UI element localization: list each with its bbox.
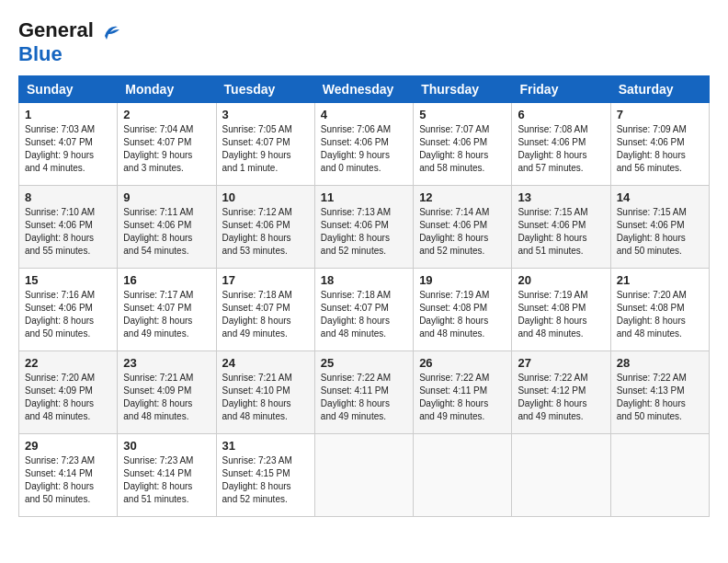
cell-details: Sunrise: 7:22 AMSunset: 4:11 PMDaylight:… bbox=[321, 372, 407, 423]
calendar-cell: 18Sunrise: 7:18 AMSunset: 4:07 PMDayligh… bbox=[314, 269, 413, 351]
day-number: 21 bbox=[617, 273, 703, 287]
day-number: 17 bbox=[222, 273, 309, 287]
day-number: 9 bbox=[123, 190, 210, 204]
cell-details: Sunrise: 7:18 AMSunset: 4:07 PMDaylight:… bbox=[222, 289, 309, 340]
calendar-cell: 16Sunrise: 7:17 AMSunset: 4:07 PMDayligh… bbox=[118, 269, 216, 351]
calendar-cell: 4Sunrise: 7:06 AMSunset: 4:06 PMDaylight… bbox=[314, 103, 413, 186]
calendar-cell: 27Sunrise: 7:22 AMSunset: 4:12 PMDayligh… bbox=[512, 351, 610, 434]
calendar-cell: 5Sunrise: 7:07 AMSunset: 4:06 PMDaylight… bbox=[414, 103, 512, 186]
cell-details: Sunrise: 7:22 AMSunset: 4:11 PMDaylight:… bbox=[419, 372, 506, 423]
cell-details: Sunrise: 7:09 AMSunset: 4:06 PMDaylight:… bbox=[617, 123, 703, 175]
logo-blue: Blue bbox=[18, 42, 63, 65]
header: General Blue bbox=[18, 18, 710, 66]
calendar-cell: 8Sunrise: 7:10 AMSunset: 4:06 PMDaylight… bbox=[19, 186, 118, 269]
week-row-5: 29Sunrise: 7:23 AMSunset: 4:14 PMDayligh… bbox=[19, 434, 710, 517]
calendar-cell bbox=[610, 434, 709, 517]
day-number: 27 bbox=[518, 356, 604, 370]
calendar-cell: 3Sunrise: 7:05 AMSunset: 4:07 PMDaylight… bbox=[216, 103, 314, 186]
day-number: 10 bbox=[222, 190, 309, 204]
calendar-cell: 6Sunrise: 7:08 AMSunset: 4:06 PMDaylight… bbox=[512, 103, 610, 186]
day-number: 4 bbox=[321, 108, 407, 121]
day-number: 13 bbox=[518, 190, 604, 204]
day-number: 11 bbox=[321, 190, 407, 204]
day-number: 12 bbox=[419, 190, 506, 204]
cell-details: Sunrise: 7:18 AMSunset: 4:07 PMDaylight:… bbox=[321, 289, 407, 340]
calendar-cell: 13Sunrise: 7:15 AMSunset: 4:06 PMDayligh… bbox=[512, 186, 610, 269]
calendar-cell: 2Sunrise: 7:04 AMSunset: 4:07 PMDaylight… bbox=[118, 103, 216, 186]
cell-details: Sunrise: 7:13 AMSunset: 4:06 PMDaylight:… bbox=[321, 206, 407, 258]
calendar-cell: 15Sunrise: 7:16 AMSunset: 4:06 PMDayligh… bbox=[19, 269, 118, 351]
cell-details: Sunrise: 7:12 AMSunset: 4:06 PMDaylight:… bbox=[222, 206, 309, 258]
col-header-tuesday: Tuesday bbox=[216, 76, 314, 103]
day-number: 25 bbox=[321, 356, 407, 370]
cell-details: Sunrise: 7:03 AMSunset: 4:07 PMDaylight:… bbox=[25, 123, 111, 175]
cell-details: Sunrise: 7:19 AMSunset: 4:08 PMDaylight:… bbox=[419, 289, 506, 340]
calendar-cell: 14Sunrise: 7:15 AMSunset: 4:06 PMDayligh… bbox=[610, 186, 709, 269]
day-number: 16 bbox=[123, 273, 210, 287]
cell-details: Sunrise: 7:21 AMSunset: 4:09 PMDaylight:… bbox=[123, 372, 210, 423]
cell-details: Sunrise: 7:22 AMSunset: 4:13 PMDaylight:… bbox=[617, 372, 703, 423]
day-number: 24 bbox=[222, 356, 309, 370]
calendar-cell: 21Sunrise: 7:20 AMSunset: 4:08 PMDayligh… bbox=[610, 269, 709, 351]
cell-details: Sunrise: 7:15 AMSunset: 4:06 PMDaylight:… bbox=[518, 206, 604, 258]
col-header-friday: Friday bbox=[512, 76, 610, 103]
cell-details: Sunrise: 7:11 AMSunset: 4:06 PMDaylight:… bbox=[123, 206, 210, 258]
day-number: 28 bbox=[617, 356, 703, 370]
calendar-cell: 28Sunrise: 7:22 AMSunset: 4:13 PMDayligh… bbox=[610, 351, 709, 434]
day-number: 29 bbox=[25, 439, 111, 453]
calendar-table: SundayMondayTuesdayWednesdayThursdayFrid… bbox=[18, 75, 710, 517]
calendar-cell: 20Sunrise: 7:19 AMSunset: 4:08 PMDayligh… bbox=[512, 269, 610, 351]
col-header-sunday: Sunday bbox=[19, 76, 118, 103]
calendar-cell: 24Sunrise: 7:21 AMSunset: 4:10 PMDayligh… bbox=[216, 351, 314, 434]
calendar-cell: 9Sunrise: 7:11 AMSunset: 4:06 PMDaylight… bbox=[118, 186, 216, 269]
calendar-cell: 31Sunrise: 7:23 AMSunset: 4:15 PMDayligh… bbox=[216, 434, 314, 517]
cell-details: Sunrise: 7:20 AMSunset: 4:08 PMDaylight:… bbox=[617, 289, 703, 340]
day-number: 8 bbox=[25, 190, 111, 204]
cell-details: Sunrise: 7:07 AMSunset: 4:06 PMDaylight:… bbox=[419, 123, 506, 175]
calendar-cell: 7Sunrise: 7:09 AMSunset: 4:06 PMDaylight… bbox=[610, 103, 709, 186]
calendar-cell: 26Sunrise: 7:22 AMSunset: 4:11 PMDayligh… bbox=[414, 351, 512, 434]
day-number: 14 bbox=[617, 190, 703, 204]
day-number: 26 bbox=[419, 356, 506, 370]
cell-details: Sunrise: 7:20 AMSunset: 4:09 PMDaylight:… bbox=[25, 372, 111, 423]
cell-details: Sunrise: 7:23 AMSunset: 4:14 PMDaylight:… bbox=[123, 454, 210, 506]
cell-details: Sunrise: 7:10 AMSunset: 4:06 PMDaylight:… bbox=[25, 206, 111, 258]
calendar-cell: 25Sunrise: 7:22 AMSunset: 4:11 PMDayligh… bbox=[314, 351, 413, 434]
calendar-cell: 23Sunrise: 7:21 AMSunset: 4:09 PMDayligh… bbox=[118, 351, 216, 434]
cell-details: Sunrise: 7:21 AMSunset: 4:10 PMDaylight:… bbox=[222, 372, 309, 423]
cell-details: Sunrise: 7:06 AMSunset: 4:06 PMDaylight:… bbox=[321, 123, 407, 175]
col-header-wednesday: Wednesday bbox=[314, 76, 413, 103]
day-number: 15 bbox=[25, 273, 111, 287]
logo-text: General bbox=[18, 18, 121, 42]
calendar-cell: 1Sunrise: 7:03 AMSunset: 4:07 PMDaylight… bbox=[19, 103, 118, 186]
calendar-cell bbox=[512, 434, 610, 517]
cell-details: Sunrise: 7:15 AMSunset: 4:06 PMDaylight:… bbox=[617, 206, 703, 258]
day-number: 2 bbox=[123, 108, 210, 121]
cell-details: Sunrise: 7:14 AMSunset: 4:06 PMDaylight:… bbox=[419, 206, 506, 258]
cell-details: Sunrise: 7:23 AMSunset: 4:14 PMDaylight:… bbox=[25, 454, 111, 506]
col-header-saturday: Saturday bbox=[610, 76, 709, 103]
col-header-thursday: Thursday bbox=[414, 76, 512, 103]
cell-details: Sunrise: 7:16 AMSunset: 4:06 PMDaylight:… bbox=[25, 289, 111, 340]
day-number: 22 bbox=[25, 356, 111, 370]
day-number: 3 bbox=[222, 108, 309, 121]
calendar-cell: 11Sunrise: 7:13 AMSunset: 4:06 PMDayligh… bbox=[314, 186, 413, 269]
calendar-cell: 10Sunrise: 7:12 AMSunset: 4:06 PMDayligh… bbox=[216, 186, 314, 269]
calendar-cell: 30Sunrise: 7:23 AMSunset: 4:14 PMDayligh… bbox=[118, 434, 216, 517]
logo: General Blue bbox=[18, 18, 121, 66]
cell-details: Sunrise: 7:04 AMSunset: 4:07 PMDaylight:… bbox=[123, 123, 210, 175]
week-row-4: 22Sunrise: 7:20 AMSunset: 4:09 PMDayligh… bbox=[19, 351, 710, 434]
week-row-1: 1Sunrise: 7:03 AMSunset: 4:07 PMDaylight… bbox=[19, 103, 710, 186]
col-header-monday: Monday bbox=[118, 76, 216, 103]
calendar-cell: 19Sunrise: 7:19 AMSunset: 4:08 PMDayligh… bbox=[414, 269, 512, 351]
cell-details: Sunrise: 7:23 AMSunset: 4:15 PMDaylight:… bbox=[222, 454, 309, 506]
day-number: 6 bbox=[518, 108, 604, 121]
day-number: 19 bbox=[419, 273, 506, 287]
week-row-3: 15Sunrise: 7:16 AMSunset: 4:06 PMDayligh… bbox=[19, 269, 710, 351]
cell-details: Sunrise: 7:22 AMSunset: 4:12 PMDaylight:… bbox=[518, 372, 604, 423]
day-number: 20 bbox=[518, 273, 604, 287]
calendar-cell: 12Sunrise: 7:14 AMSunset: 4:06 PMDayligh… bbox=[414, 186, 512, 269]
cell-details: Sunrise: 7:19 AMSunset: 4:08 PMDaylight:… bbox=[518, 289, 604, 340]
day-number: 5 bbox=[419, 108, 506, 121]
cell-details: Sunrise: 7:08 AMSunset: 4:06 PMDaylight:… bbox=[518, 123, 604, 175]
